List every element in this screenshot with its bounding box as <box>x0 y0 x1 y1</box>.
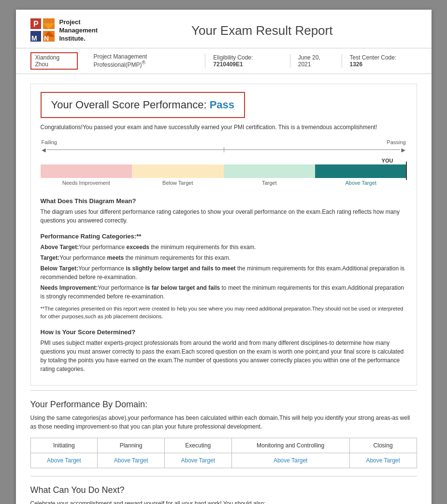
result-planning: Above Target <box>98 453 165 468</box>
col-monitoring: Monitoring and Controlling <box>231 438 349 453</box>
score-title: Your Overall Score Performance: Pass <box>51 99 235 111</box>
bar-target <box>224 164 316 178</box>
bar-above-target <box>315 164 407 178</box>
next-title: What Can You Do Next? <box>30 485 417 495</box>
cat-label-needs: Needs Improvement <box>41 180 132 186</box>
score-determined-desc: PMI uses subject matter experts-project … <box>41 339 407 373</box>
candidate-name: Xiandong Zhou <box>30 52 78 70</box>
logo-text: Project Management Institute. <box>59 18 98 43</box>
score-bar-section: Failing Passing ◄ ► YOU <box>41 139 407 186</box>
col-closing: Closing <box>349 438 417 453</box>
bar-below-target <box>132 164 224 178</box>
cat-label-below: Below Target <box>132 180 224 186</box>
report-title: Your Exam Result Report <box>107 23 417 38</box>
rating-target: Target:Your performance meets the minimu… <box>41 253 407 262</box>
svg-text:N: N <box>44 34 49 42</box>
score-determined-title: How is Your Score Determined? <box>41 328 407 336</box>
result-closing: Above Target <box>349 453 417 468</box>
svg-text:M: M <box>31 34 37 42</box>
col-planning: Planning <box>98 438 165 453</box>
rating-above: Above Target:Your performance exceeds th… <box>41 243 407 252</box>
you-marker <box>406 162 407 180</box>
score-box: Your Overall Score Performance: Pass <box>41 92 245 118</box>
failing-label: Failing <box>42 139 57 145</box>
main-content: Your Overall Score Performance: Pass Con… <box>16 74 432 504</box>
page: P M N Project Management Institute. Your… <box>16 10 432 504</box>
score-outer-box: Your Overall Score Performance: Pass Con… <box>30 84 417 385</box>
logo-area: P M N Project Management Institute. <box>30 18 98 43</box>
test-center: Test Center Code: 1326 <box>342 54 417 68</box>
exam-date: June 20, 2021 <box>290 54 342 68</box>
exam-name: Project Management Professional(PMP)® <box>86 53 205 68</box>
result-monitoring: Above Target <box>231 453 349 468</box>
next-intro: Celebrate your accomplishment and reward… <box>30 499 417 504</box>
arrow-left-icon: ◄ <box>41 146 47 154</box>
col-executing: Executing <box>164 438 231 453</box>
diagram-title: What Does This Diagram Mean? <box>41 197 407 205</box>
header: P M N Project Management Institute. Your… <box>16 10 432 48</box>
you-label: YOU <box>368 158 407 163</box>
pmi-logo-icon: P M N <box>30 18 55 43</box>
domain-section: Your Performance By Domain: Using the sa… <box>30 390 417 468</box>
passing-label: Passing <box>387 139 405 145</box>
domain-table: Initiating Planning Executing Monitoring… <box>30 438 417 468</box>
domain-desc: Using the same categories(as above),your… <box>30 414 417 431</box>
rating-title: Performance Rating Categories:** <box>41 233 407 240</box>
info-bar: Xiandong Zhou Project Management Profess… <box>16 48 432 74</box>
col-initiating: Initiating <box>30 438 98 453</box>
result-initiating: Above Target <box>30 453 98 468</box>
rating-below: Below Target:Your performance is slightl… <box>41 264 407 282</box>
bar-needs-improvement <box>41 164 132 178</box>
next-section: What Can You Do Next? Celebrate your acc… <box>30 476 417 504</box>
congrats-text: Congratulations!You passed your exam and… <box>41 124 407 131</box>
arrow-right-icon: ► <box>400 146 407 154</box>
svg-text:P: P <box>33 20 39 28</box>
diagram-desc: The diagram uses four different performa… <box>41 208 407 225</box>
rating-needs: Needs Improvement:Your performance is fa… <box>41 283 407 301</box>
cat-label-above: Above Target <box>315 180 407 186</box>
result-executing: Above Target <box>164 453 231 468</box>
eligibility-code: Eligibility Code: 7210409E1 <box>205 54 290 68</box>
cat-label-target: Target <box>224 180 316 186</box>
pass-label: Pass <box>210 99 234 111</box>
domain-title: Your Performance By Domain: <box>30 400 417 410</box>
footnote: **The categories presented on this repor… <box>41 305 407 321</box>
